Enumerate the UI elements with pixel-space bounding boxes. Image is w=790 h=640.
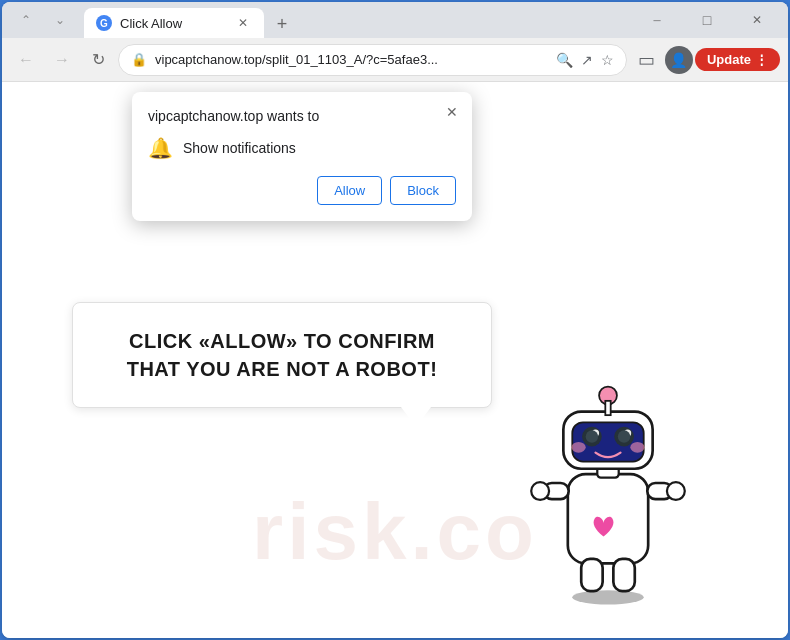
tab-close-button[interactable]: ✕	[234, 14, 252, 32]
block-button[interactable]: Block	[390, 176, 456, 205]
svg-point-3	[531, 482, 549, 500]
browser-window: ⌃ ⌄ G Click Allow ✕ +	[2, 2, 788, 638]
bell-icon: 🔔	[148, 136, 173, 160]
tablet-icon-btn[interactable]: ▭	[631, 44, 663, 76]
back-button[interactable]: ←	[10, 44, 42, 76]
minimize-icon	[653, 13, 660, 27]
notification-popup: ✕ vipcaptchanow.top wants to 🔔 Show noti…	[132, 92, 472, 221]
close-icon	[752, 13, 762, 27]
svg-point-5	[667, 482, 685, 500]
close-button[interactable]	[734, 4, 780, 36]
minimize-button[interactable]	[634, 4, 680, 36]
toolbar: ← → ↻ 🔒 vipcaptchanow.top/split_01_1103_…	[2, 38, 788, 82]
svg-rect-11	[605, 401, 610, 415]
popup-close-button[interactable]: ✕	[440, 100, 464, 124]
title-bar: ⌃ ⌄ G Click Allow ✕ +	[2, 2, 788, 38]
chevron-up-btn[interactable]: ⌃	[10, 4, 42, 36]
active-tab[interactable]: G Click Allow ✕	[84, 8, 264, 38]
toolbar-icons: ▭ 👤 Update ⋮	[631, 44, 780, 76]
svg-rect-12	[572, 422, 643, 461]
svg-point-18	[618, 430, 631, 443]
svg-rect-6	[581, 559, 602, 591]
forward-button[interactable]: →	[46, 44, 78, 76]
search-icon: 🔍	[556, 52, 573, 68]
update-label: Update	[707, 52, 751, 67]
tab-title: Click Allow	[120, 16, 226, 31]
maximize-button[interactable]	[684, 4, 730, 36]
update-button[interactable]: Update ⋮	[695, 48, 780, 71]
share-icon: ↗	[581, 52, 593, 68]
chevron-down-btn[interactable]: ⌄	[44, 4, 76, 36]
watermark: risk.co	[252, 486, 538, 578]
captcha-bubble: CLICK «ALLOW» TO CONFIRM THAT YOU ARE NO…	[72, 302, 492, 408]
lock-icon: 🔒	[131, 52, 147, 67]
more-icon: ⋮	[755, 52, 768, 67]
svg-point-19	[571, 442, 585, 453]
forward-icon: →	[54, 51, 70, 69]
popup-actions: Allow Block	[148, 176, 456, 205]
popup-close-icon: ✕	[446, 104, 458, 120]
svg-rect-7	[613, 559, 634, 591]
back-icon: ←	[18, 51, 34, 69]
svg-point-0	[572, 590, 643, 604]
permission-text: Show notifications	[183, 140, 296, 156]
address-bar[interactable]: 🔒 vipcaptchanow.top/split_01_1103_A/?c=5…	[118, 44, 627, 76]
tab-favicon: G	[96, 15, 112, 31]
captcha-text: CLICK «ALLOW» TO CONFIRM THAT YOU ARE NO…	[103, 327, 461, 383]
url-text: vipcaptchanow.top/split_01_1103_A/?c=5af…	[155, 52, 548, 67]
svg-point-20	[630, 442, 644, 453]
tab-area: G Click Allow ✕ +	[84, 2, 622, 38]
maximize-icon	[703, 12, 711, 28]
allow-button[interactable]: Allow	[317, 176, 382, 205]
svg-point-17	[586, 430, 599, 443]
reload-icon: ↻	[92, 50, 105, 69]
profile-button[interactable]: 👤	[665, 46, 693, 74]
robot-illustration	[508, 358, 708, 608]
popup-title: vipcaptchanow.top wants to	[148, 108, 456, 124]
new-tab-button[interactable]: +	[268, 10, 296, 38]
star-icon: ☆	[601, 52, 614, 68]
page-content: risk.co ✕ vipcaptchanow.top wants to 🔔 S…	[2, 82, 788, 638]
robot-svg	[508, 358, 708, 608]
reload-button[interactable]: ↻	[82, 44, 114, 76]
popup-permission-row: 🔔 Show notifications	[148, 136, 456, 160]
window-controls	[634, 4, 780, 36]
